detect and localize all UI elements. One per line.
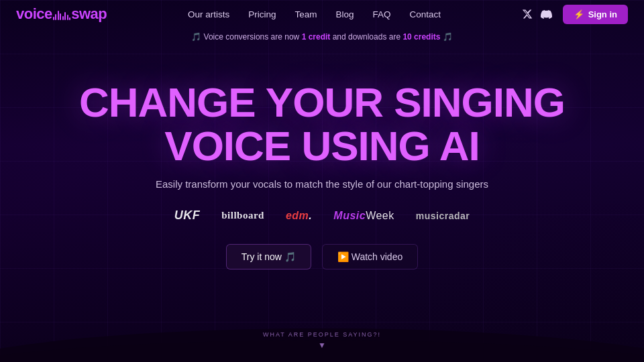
waveform-icon bbox=[53, 9, 71, 20]
hero-title-line2: VOICE USING AI bbox=[164, 123, 479, 169]
logo-text: voice swap bbox=[16, 5, 107, 23]
cta-buttons: Try it now 🎵 ▶️ Watch video bbox=[13, 244, 631, 269]
brand-logos: UKF billboard edm. MusicWeek musicradar bbox=[13, 208, 631, 223]
nav-blog[interactable]: Blog bbox=[335, 9, 354, 19]
logo[interactable]: voice swap bbox=[16, 5, 107, 23]
nav-right: ⚡ Sign in bbox=[522, 5, 628, 24]
credit1-highlight: 1 credit bbox=[302, 32, 331, 42]
brand-ukf: UKF bbox=[174, 208, 201, 223]
signin-button[interactable]: ⚡ Sign in bbox=[563, 5, 628, 24]
bolt-icon: ⚡ bbox=[574, 9, 584, 19]
try-it-now-button[interactable]: Try it now 🎵 bbox=[226, 244, 311, 269]
try-label: Try it now 🎵 bbox=[241, 251, 296, 262]
scroll-arrow-icon: ▼ bbox=[0, 341, 644, 350]
scroll-text: WHAT ARE PEOPLE SAYING?! bbox=[0, 331, 644, 338]
hero-title: CHANGE YOUR SINGING VOICE USING AI bbox=[13, 80, 631, 168]
discord-icon[interactable] bbox=[541, 9, 552, 20]
navbar: voice swap Our artists Pricing Team Blog… bbox=[0, 0, 644, 28]
banner-text: 🎵 Voice conversions are now 1 credit and… bbox=[191, 32, 453, 42]
brand-musicradar: musicradar bbox=[416, 210, 470, 221]
hero-title-line1: CHANGE YOUR SINGING bbox=[79, 79, 565, 125]
credit2-highlight: 10 credits bbox=[402, 32, 440, 42]
nav-pricing[interactable]: Pricing bbox=[248, 9, 276, 19]
social-icons bbox=[522, 9, 552, 20]
brand-billboard: billboard bbox=[221, 210, 264, 221]
scroll-indicator: WHAT ARE PEOPLE SAYING?! ▼ bbox=[0, 331, 644, 350]
nav-faq[interactable]: FAQ bbox=[372, 9, 390, 19]
signin-label: Sign in bbox=[588, 9, 617, 19]
nav-team[interactable]: Team bbox=[294, 9, 317, 19]
hero-section: CHANGE YOUR SINGING VOICE USING AI Easil… bbox=[0, 80, 644, 269]
nav-contact[interactable]: Contact bbox=[410, 9, 441, 19]
nav-our-artists[interactable]: Our artists bbox=[188, 9, 229, 19]
brand-edm: edm. bbox=[286, 210, 312, 222]
nav-links: Our artists Pricing Team Blog FAQ Contac… bbox=[188, 8, 441, 20]
twitter-icon[interactable] bbox=[522, 9, 533, 19]
watch-video-button[interactable]: ▶️ Watch video bbox=[322, 244, 418, 269]
watch-label: ▶️ Watch video bbox=[337, 251, 402, 262]
brand-musicweek: MusicWeek bbox=[333, 210, 394, 222]
hero-subtitle: Easily transform your vocals to match th… bbox=[13, 178, 631, 190]
announcement-banner: 🎵 Voice conversions are now 1 credit and… bbox=[0, 32, 644, 42]
